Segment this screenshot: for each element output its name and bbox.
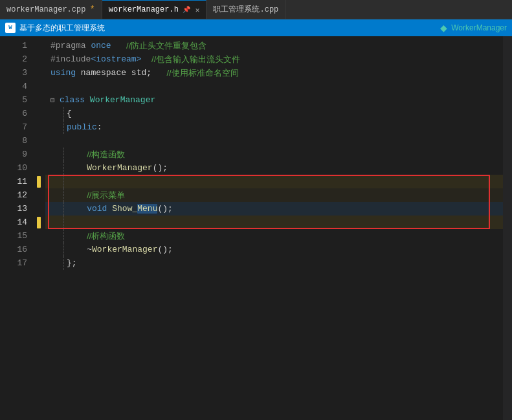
project-icon: W: [5, 23, 16, 33]
indicator-15: [32, 229, 45, 243]
tab-bar: workerManager.cpp * workerManager.h 📌 ✕ …: [0, 0, 512, 19]
code-line-13: void Show_Menu ();: [45, 202, 503, 216]
comment-12: //展示菜单: [87, 190, 125, 201]
indent-guide: [63, 107, 64, 120]
indent-guide: [63, 243, 64, 256]
tab-label: 职工管理系统.cpp: [213, 4, 278, 15]
line-num-7: 7: [0, 120, 27, 134]
line-num-5: 5: [0, 93, 27, 107]
comment-1: //防止头文件重复包含: [126, 40, 206, 52]
line-num-15: 15: [0, 229, 27, 243]
indicator-12: [32, 188, 45, 202]
indicator-3: [32, 66, 45, 80]
indicator-4: [32, 80, 45, 93]
indent-guide: [63, 175, 64, 188]
destructor-func: WorkerManager: [92, 245, 157, 254]
line-num-17: 17: [0, 256, 27, 270]
code-line-5: ⊟ class WorkerManager: [45, 93, 503, 107]
code-line-11: [45, 175, 503, 188]
indent-guide: [63, 216, 64, 229]
code-line-4: [45, 80, 503, 93]
comment-2: //包含输入输出流头文件: [151, 54, 240, 65]
indicator-2: [32, 52, 45, 66]
pragma-keyword: #pragma: [50, 41, 91, 50]
code-line-16: ~ WorkerManager ();: [45, 243, 503, 256]
bookmark-indicator-14: [37, 217, 41, 228]
line-num-6: 6: [0, 107, 27, 120]
using-keyword: using: [50, 68, 76, 78]
indicator-1: [32, 39, 45, 52]
include-keyword: #include: [50, 54, 91, 64]
line-num-14: 14: [0, 216, 27, 229]
tab-workermanager-h[interactable]: workerManager.h 📌 ✕: [102, 0, 207, 19]
code-content[interactable]: #pragma once //防止头文件重复包含 #include<iostre…: [45, 36, 503, 420]
editor: 1 2 3 4 5 6 7 8 9 10 11 12 13 14 15 16 1…: [0, 36, 512, 420]
indent-guide: [63, 188, 64, 202]
cursor-word: Menu: [137, 204, 157, 214]
once-keyword: once: [91, 41, 111, 50]
class-keyword: class: [60, 95, 85, 105]
void-keyword: void: [87, 204, 107, 214]
line-num-10: 10: [0, 161, 27, 175]
indicator-17: [32, 256, 45, 270]
indicator-area: [32, 36, 45, 420]
code-line-10: WorkerManager ();: [45, 161, 503, 175]
indicator-9: [32, 148, 45, 161]
indent-guide: [63, 148, 64, 161]
code-line-3: using namespace std; //使用标准命名空间: [45, 66, 503, 80]
line-num-9: 9: [0, 148, 27, 161]
tab-employee-management-cpp[interactable]: 职工管理系统.cpp: [206, 0, 285, 19]
code-line-1: #pragma once //防止头文件重复包含: [45, 39, 503, 52]
tab-pin-icon: 📌: [183, 6, 190, 14]
line-num-1: 1: [0, 39, 27, 52]
indent-guide: [63, 256, 64, 270]
line-num-16: 16: [0, 243, 27, 256]
code-line-6: {: [45, 107, 503, 120]
indicator-7: [32, 120, 45, 134]
tab-close-button[interactable]: ✕: [195, 6, 200, 14]
code-line-9: //构造函数: [45, 148, 503, 161]
indicator-11: [32, 175, 45, 188]
class-icon: ◆: [440, 23, 447, 33]
code-line-14: [45, 216, 503, 229]
line-num-3: 3: [0, 66, 27, 80]
modified-indicator: *: [89, 5, 95, 14]
indicator-16: [32, 243, 45, 256]
tab-workermanager-cpp[interactable]: workerManager.cpp *: [0, 0, 102, 19]
collapse-icon-5[interactable]: ⊟: [50, 96, 58, 104]
line-num-4: 4: [0, 80, 27, 93]
indent-guide: [63, 229, 64, 243]
code-line-7: public:: [45, 120, 503, 134]
comment-9: //构造函数: [87, 149, 125, 160]
tab-label: workerManager.cpp: [6, 5, 85, 14]
std-name: std: [131, 68, 146, 78]
indicator-10: [32, 161, 45, 175]
class-name: WorkerManager: [451, 23, 507, 32]
constructor-call: WorkerManager: [87, 163, 152, 173]
code-line-2: #include<iostream> //包含输入输出流头文件: [45, 52, 503, 66]
tab-label: workerManager.h: [109, 5, 179, 14]
bookmark-indicator: [37, 176, 41, 188]
code-line-17: };: [45, 256, 503, 270]
indicator-14: [32, 216, 45, 229]
public-keyword: public: [67, 122, 97, 132]
indent-guide: [63, 161, 64, 175]
indicator-5: [32, 93, 45, 107]
scrollbar[interactable]: [503, 36, 512, 420]
indicator-8: [32, 134, 45, 148]
project-name: 基于多态的职工管理系统: [19, 23, 105, 34]
indicator-13: [32, 202, 45, 216]
code-line-12: //展示菜单: [45, 188, 503, 202]
class-name-token: WorkerManager: [90, 95, 155, 105]
line-num-8: 8: [0, 134, 27, 148]
code-line-8: [45, 134, 503, 148]
indicator-6: [32, 107, 45, 120]
indent-guide: [63, 202, 64, 216]
line-num-2: 2: [0, 52, 27, 66]
include-lib: <iostream>: [91, 54, 141, 64]
comment-3: //使用标准命名空间: [166, 67, 238, 79]
line-num-12: 12: [0, 188, 27, 202]
indent-guide: [63, 120, 64, 134]
class-indicator: ◆ WorkerManager: [440, 23, 507, 33]
line-numbers: 1 2 3 4 5 6 7 8 9 10 11 12 13 14 15 16 1…: [0, 36, 32, 420]
